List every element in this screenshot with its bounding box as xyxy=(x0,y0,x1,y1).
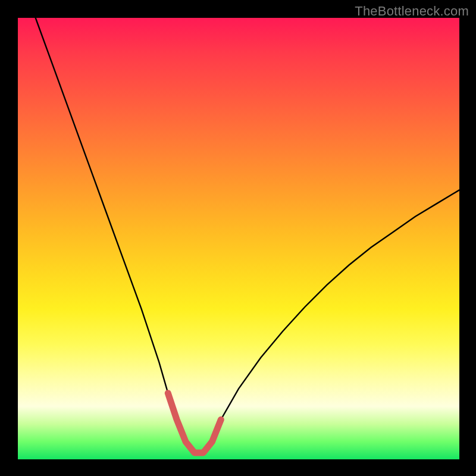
optimal-zone-curve xyxy=(168,393,221,453)
chart-frame: TheBottleneck.com xyxy=(0,0,476,476)
chart-plot-area xyxy=(18,18,459,459)
bottleneck-curve xyxy=(36,18,459,453)
chart-svg xyxy=(18,18,459,459)
watermark-text: TheBottleneck.com xyxy=(355,4,469,19)
